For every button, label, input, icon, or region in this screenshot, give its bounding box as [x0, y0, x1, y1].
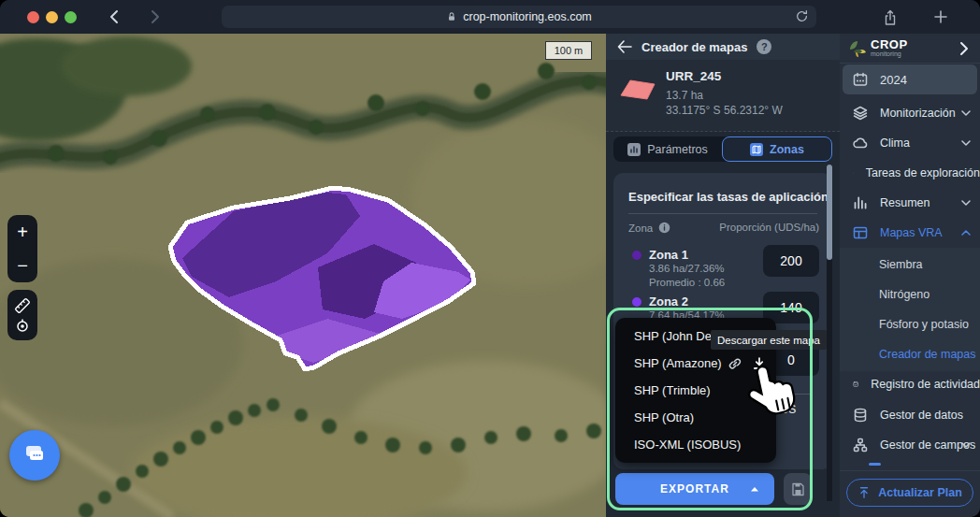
map-creator-panel: Creador de mapas ? URR_245 13.7 ha 33.11…	[606, 34, 840, 517]
calendar-icon	[853, 72, 868, 87]
main-sidebar: CROP monitoring 2024 Monitorización Clim…	[840, 34, 980, 517]
update-plan-button[interactable]: Actualizar Plan	[846, 479, 973, 507]
vra-submenu: Siembra Nitrógeno Fósforo y potasio Crea…	[840, 248, 980, 371]
activity-log-icon	[853, 377, 858, 392]
close-window-button[interactable]	[27, 11, 39, 23]
zoom-out-button[interactable]: −	[17, 256, 28, 275]
sidebar-item-mapas-vra[interactable]: Mapas VRA	[840, 218, 980, 248]
chevron-down-icon	[961, 442, 971, 448]
address-bar[interactable]: crop-monitoring.eos.com	[222, 6, 816, 28]
panel-title: Creador de mapas	[641, 40, 747, 54]
browser-window: crop-monitoring.eos.com	[0, 0, 980, 517]
floppy-disk-icon	[791, 482, 805, 496]
menu-item-iso-xml[interactable]: ISO-XML (ISOBUS)	[615, 431, 776, 458]
cloud-icon	[853, 136, 868, 151]
chevron-down-icon	[961, 110, 971, 116]
sidebar-item-gestor-campos[interactable]: Gestor de campos	[840, 430, 980, 460]
field-area: 13.7 ha	[666, 89, 703, 102]
zones-icon	[750, 143, 763, 156]
layers-icon	[853, 106, 868, 121]
tab-zonas[interactable]: Zonas	[722, 136, 832, 162]
database-icon	[853, 408, 868, 423]
save-map-button[interactable]	[784, 473, 812, 505]
zone1-detail: 3.86 ha/27.36%	[649, 263, 725, 274]
logo-row: CROP monitoring	[840, 34, 980, 64]
zone1-color-dot	[632, 251, 641, 260]
submenu-siembra[interactable]: Siembra	[879, 258, 923, 271]
sidebar-item-registro[interactable]: Registro de actividad	[840, 369, 980, 399]
logo-title: CROP	[871, 37, 908, 51]
map-scale: 100 m	[545, 41, 592, 60]
field-info: URR_245 13.7 ha 33.1175° S 56.2312° W	[606, 60, 840, 132]
panel-header: Creador de mapas ?	[606, 34, 840, 60]
sidebar-item-season[interactable]: 2024	[843, 65, 977, 94]
sidebar-item-monitorizacion[interactable]: Monitorización	[840, 98, 980, 128]
zone1-rate-input[interactable]: 200	[763, 245, 819, 277]
bar-chart-icon	[853, 195, 868, 210]
back-button[interactable]	[100, 5, 128, 29]
submenu-nitrogeno[interactable]: Nitrógeno	[879, 288, 930, 301]
chevron-down-icon	[961, 200, 971, 206]
url-text: crop-monitoring.eos.com	[463, 10, 592, 23]
location-pin-icon	[853, 165, 854, 180]
caret-up-icon	[750, 486, 759, 492]
chat-bubbles-icon	[22, 444, 47, 467]
partially-visible-item	[869, 463, 881, 466]
zone2-color-dot	[632, 297, 641, 307]
submenu-creador-de-mapas[interactable]: Creador de mapas	[879, 348, 976, 361]
sidebar-divider	[840, 470, 980, 471]
crop-monitoring-logo-icon	[847, 38, 868, 59]
help-icon[interactable]: ?	[757, 39, 771, 54]
tab-parametros[interactable]: Parámetros	[613, 136, 722, 162]
zone-column-header: Zona	[628, 222, 670, 234]
logo-subtitle: monitoring	[871, 50, 901, 57]
zone1-average: Promedio : 0.66	[649, 277, 725, 288]
browser-toolbar: crop-monitoring.eos.com	[0, 0, 980, 34]
field-name: URR_245	[666, 69, 721, 83]
download-tooltip: Descargar este mapa	[711, 330, 827, 350]
zone1-name: Zona 1	[649, 248, 688, 262]
season-year: 2024	[880, 73, 907, 87]
locate-button[interactable]	[14, 317, 31, 334]
submenu-fosforo[interactable]: Fósforo y potasio	[879, 318, 969, 331]
chevron-up-icon	[961, 230, 971, 236]
lock-icon	[446, 10, 457, 23]
maximize-window-button[interactable]	[65, 11, 77, 23]
sidebar-item-gestor-datos[interactable]: Gestor de datos	[840, 400, 980, 430]
panel-scroll-thumb[interactable]	[827, 165, 832, 260]
zoom-controls: + −	[7, 215, 37, 282]
satellite-map[interactable]: 100 m + −	[0, 34, 606, 517]
rate-column-header: Proporción (UDS/ha)	[719, 222, 819, 233]
reload-icon[interactable]	[795, 9, 809, 23]
parameters-icon	[627, 143, 641, 156]
map-tools	[7, 290, 37, 340]
collapse-sidebar-icon[interactable]	[959, 41, 969, 56]
tab-bar: Parámetros Zonas	[613, 136, 832, 162]
sidebar-item-resumen[interactable]: Resumen	[840, 188, 980, 218]
measure-ruler-button[interactable]	[14, 297, 31, 314]
hand-cursor-icon	[738, 357, 807, 427]
export-button[interactable]: EXPORTAR	[615, 473, 774, 505]
info-icon[interactable]	[658, 222, 670, 234]
rates-title: Especificar las tasas de aplicación	[628, 190, 829, 204]
zone2-name: Zona 2	[649, 294, 688, 309]
sidebar-item-tareas[interactable]: Tareas de exploración	[840, 158, 980, 188]
new-tab-icon[interactable]	[933, 9, 948, 24]
field-thumbnail	[617, 75, 658, 105]
minimize-window-button[interactable]	[46, 11, 58, 23]
chat-support-button[interactable]	[9, 430, 60, 481]
sidebar-item-clima[interactable]: Clima	[840, 128, 980, 158]
upload-arrow-icon	[858, 486, 871, 499]
satellite-imagery	[0, 34, 606, 517]
share-icon[interactable]	[883, 9, 898, 26]
zoom-in-button[interactable]: +	[17, 223, 28, 241]
forward-button[interactable]	[141, 5, 169, 29]
hierarchy-icon	[853, 438, 868, 452]
back-arrow-icon[interactable]	[617, 40, 632, 53]
vra-grid-icon	[853, 225, 868, 240]
chevron-down-icon	[961, 140, 971, 146]
field-coordinates: 33.1175° S 56.2312° W	[666, 104, 783, 117]
